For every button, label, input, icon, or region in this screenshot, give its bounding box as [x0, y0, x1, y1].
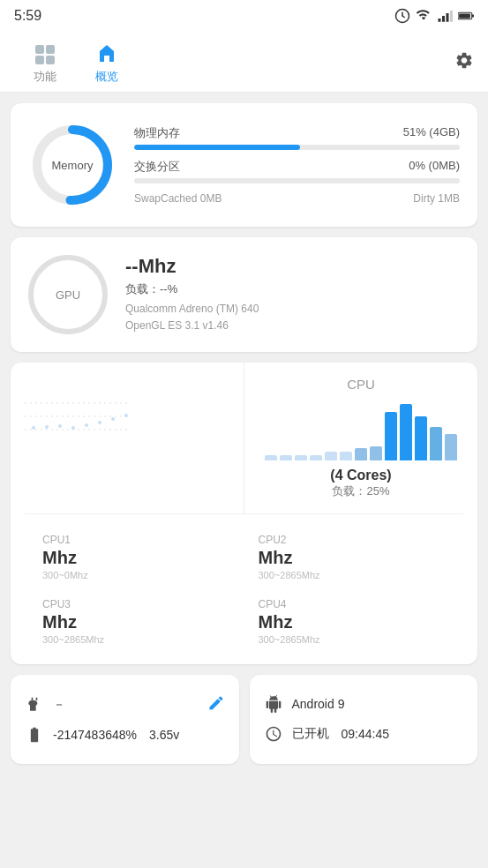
- wifi-icon: [416, 8, 432, 24]
- svg-rect-11: [46, 45, 55, 54]
- svg-rect-4: [442, 16, 445, 22]
- charger-value: －: [53, 697, 65, 713]
- memory-details: 物理内存 51% (4GB) 交换分区 0% (0MB) SwapCache: [134, 125, 460, 205]
- swap-cached-label: SwapCached: [134, 192, 197, 205]
- phys-label: 物理内存: [134, 125, 180, 141]
- svg-rect-9: [459, 13, 470, 18]
- swap-memory-row: 交换分区 0% (0MB): [134, 159, 460, 183]
- cpu-top-section: CPU (4 Cores): [11, 363, 477, 513]
- overview-tab-label: 概览: [95, 69, 118, 85]
- bar-10: [400, 404, 412, 460]
- cpu-left-graph: [11, 363, 244, 513]
- uptime-label: 已开机: [292, 726, 329, 742]
- cpu4-label: CPU4: [259, 598, 447, 610]
- dirty-value: 1MB: [438, 192, 460, 205]
- svg-rect-5: [447, 13, 449, 22]
- svg-rect-6: [450, 11, 453, 22]
- charger-row: －: [25, 689, 225, 720]
- cpu3-label: CPU3: [42, 598, 230, 610]
- cpu1-mhz: Mhz: [42, 548, 230, 568]
- battery-voltage: 3.65v: [149, 728, 179, 742]
- overview-tab-icon: [94, 42, 119, 67]
- svg-point-25: [98, 421, 101, 424]
- svg-point-26: [111, 417, 115, 421]
- bar-8: [370, 446, 382, 460]
- phys-progress-bg: [134, 145, 460, 150]
- uptime-value: 09:44:45: [342, 727, 390, 741]
- cpu3-mhz: Mhz: [42, 612, 230, 632]
- uptime-row: 已开机 09:44:45: [264, 719, 464, 749]
- bar-3: [295, 455, 307, 460]
- swap-cached-info: SwapCached 0MB: [134, 192, 221, 205]
- dirty-info: Dirty 1MB: [413, 192, 460, 205]
- svg-line-2: [402, 16, 404, 18]
- gpu-load: 负载：--%: [125, 281, 460, 297]
- bar-11: [415, 416, 427, 460]
- clock-icon: [394, 8, 410, 24]
- settings-icon[interactable]: [454, 51, 474, 73]
- svg-rect-14: [104, 56, 109, 62]
- cpu4-mhz: Mhz: [259, 612, 447, 632]
- battery-status-icon: [458, 8, 474, 24]
- phys-value: 51% (4GB): [403, 125, 460, 141]
- cpu-core-1: CPU1 Mhz 300~0Mhz: [28, 525, 244, 589]
- svg-point-27: [124, 414, 128, 417]
- gpu-circle: GPU: [28, 255, 108, 334]
- bottom-row: － -2147483648% 3.65v: [11, 675, 477, 764]
- android-icon: [264, 694, 283, 714]
- tab-overview[interactable]: 概览: [76, 35, 138, 92]
- dirty-label: Dirty: [413, 192, 435, 205]
- cpu-chart-section: CPU (4 Cores): [244, 363, 477, 513]
- android-label: Android 9: [292, 697, 345, 711]
- tab-functions[interactable]: 功能: [14, 35, 76, 92]
- cpu-load-value: 负载：25%: [332, 483, 389, 499]
- status-bar: 5:59: [0, 0, 488, 32]
- cpu3-range: 300~2865Mhz: [42, 634, 230, 645]
- memory-donut-label: Memory: [52, 159, 94, 172]
- cpu-cores-label: (4 Cores): [330, 468, 391, 483]
- cpu-core-2: CPU2 Mhz 300~2865Mhz: [244, 525, 461, 589]
- cpu2-range: 300~2865Mhz: [259, 570, 447, 580]
- bottom-right-card: Android 9 已开机 09:44:45: [250, 675, 478, 764]
- svg-point-21: [45, 425, 49, 429]
- svg-point-20: [32, 426, 35, 430]
- status-icons: [394, 8, 474, 24]
- bar-12: [430, 427, 442, 460]
- uptime-clock-icon: [264, 724, 283, 744]
- battery-icon: [25, 725, 44, 745]
- cpu1-range: 300~0Mhz: [42, 570, 230, 580]
- svg-point-23: [71, 426, 75, 430]
- cpu-bar-chart: [265, 399, 457, 460]
- bar-6: [340, 452, 352, 460]
- svg-point-22: [58, 424, 62, 428]
- bar-9: [385, 412, 397, 460]
- bar-13: [445, 434, 457, 460]
- memory-card: Memory 物理内存 51% (4GB) 交换分区 0% (0MB): [11, 103, 477, 227]
- cpu4-range: 300~2865Mhz: [259, 634, 447, 645]
- svg-rect-12: [35, 56, 44, 64]
- cpu-core-4: CPU4 Mhz 300~2865Mhz: [244, 589, 461, 654]
- cpu-core-3: CPU3 Mhz 300~2865Mhz: [28, 589, 244, 654]
- bar-4: [310, 455, 322, 460]
- swap-progress-bg: [134, 178, 460, 183]
- physical-memory-row: 物理内存 51% (4GB): [134, 125, 460, 150]
- bar-2: [280, 455, 292, 460]
- main-content: Memory 物理内存 51% (4GB) 交换分区 0% (0MB): [0, 93, 488, 774]
- phys-progress-fill: [134, 145, 300, 150]
- svg-rect-8: [472, 15, 474, 18]
- bar-5: [325, 452, 337, 460]
- cpu-title: CPU: [347, 377, 375, 392]
- swap-value: 0% (0MB): [409, 159, 460, 175]
- nav-tabs: 功能 概览: [0, 32, 488, 93]
- cpu2-mhz: Mhz: [259, 548, 447, 568]
- functions-tab-label: 功能: [34, 69, 56, 85]
- swap-cached-value: 0MB: [200, 192, 222, 205]
- gpu-card: GPU --Mhz 负载：--% Qualcomm Adreno (TM) 64…: [11, 237, 477, 352]
- cpu-sparkline: [25, 377, 131, 447]
- bar-1: [265, 455, 277, 460]
- signal-icon: [437, 8, 453, 24]
- edit-icon[interactable]: [207, 694, 225, 715]
- gpu-chip: Qualcomm Adreno (TM) 640 OpenGL ES 3.1 v…: [125, 301, 460, 334]
- bar-7: [355, 448, 367, 460]
- gpu-mhz: --Mhz: [125, 255, 460, 278]
